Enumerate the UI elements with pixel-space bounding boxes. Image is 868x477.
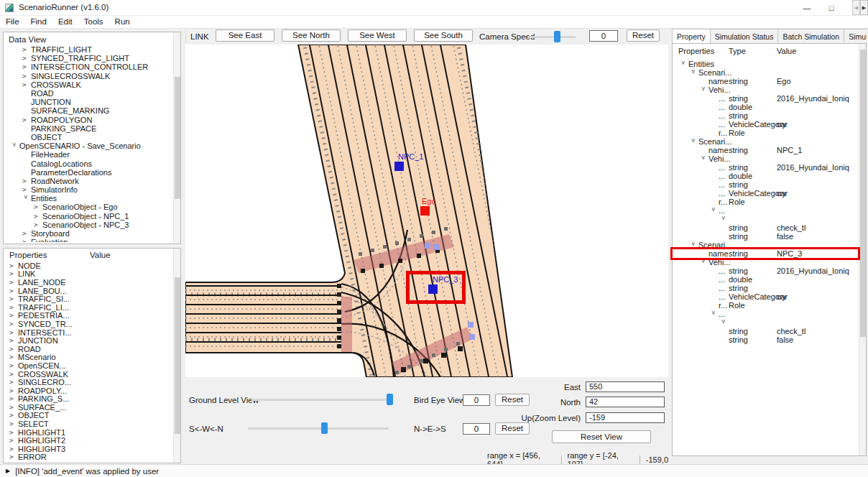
log-expander-icon[interactable]: ▶ (6, 468, 10, 474)
chevron-icon[interactable]: > (9, 270, 16, 277)
chevron-icon[interactable]: > (22, 55, 29, 62)
reset-view-button[interactable]: Reset View (552, 430, 651, 443)
tree-item[interactable]: > ROAD (4, 89, 172, 98)
chevron-icon[interactable]: > (22, 195, 29, 202)
tree-item[interactable]: > TRAFFIC_LIGHT (4, 45, 172, 54)
menu-item[interactable]: Find (25, 16, 52, 28)
chevron-icon[interactable]: > (9, 295, 16, 302)
tree-item[interactable]: > SELECT (4, 420, 172, 428)
tab[interactable]: Simulati (844, 29, 867, 44)
tree-item[interactable]: > NODE (4, 261, 172, 270)
property-row[interactable]: > name string NPC_3 (673, 249, 858, 258)
tree-item[interactable]: > ParameterDeclarations (4, 168, 172, 177)
chevron-icon[interactable]: > (9, 304, 16, 311)
property-row[interactable]: > string check_tl (673, 327, 858, 335)
property-row[interactable]: > ... (673, 206, 858, 215)
tree-item[interactable]: > PARKING_S... (4, 395, 172, 404)
chevron-icon[interactable]: > (9, 287, 16, 295)
property-row[interactable]: > ... string (673, 284, 858, 292)
see-direction-button[interactable]: See East (216, 29, 274, 42)
tree-item[interactable]: > JUNCTION (4, 336, 172, 345)
chevron-icon[interactable]: > (9, 371, 16, 378)
tree-item[interactable]: > TRAFFIC_SI... (4, 295, 172, 303)
chevron-icon[interactable]: > (9, 404, 16, 411)
map-view[interactable]: NPC_1 Ego NPC_3 (185, 45, 668, 377)
left-properties-scrollbar[interactable] (173, 249, 180, 463)
property-row[interactable]: > Scenari... (673, 241, 858, 249)
tree-item[interactable]: > SURFACE_MARKING (4, 106, 172, 115)
tree-item[interactable]: > SimulatorInfo (4, 185, 172, 194)
property-row[interactable]: > Scenari... (673, 68, 858, 77)
tree-item[interactable]: > ERROR (4, 453, 172, 461)
chevron-icon[interactable]: > (9, 353, 16, 361)
tree-item[interactable]: > OBJECT (4, 412, 172, 420)
property-row[interactable]: > r... Role (673, 129, 858, 137)
tree-item[interactable]: > CROSSWALK (4, 80, 172, 89)
property-row[interactable]: > Vehi... (673, 154, 858, 163)
chevron-icon[interactable]: > (34, 221, 40, 228)
tree-item[interactable]: > JUNCTION (4, 98, 172, 106)
tree-item[interactable]: > LANE_NODE (4, 278, 172, 287)
property-row[interactable]: > r... Role (673, 301, 858, 310)
chevron-icon[interactable]: > (9, 279, 16, 286)
tree-item[interactable]: > OpenSCENARIO - Save_Scenario (4, 142, 172, 150)
tree-item[interactable]: > RoadNetwork (4, 177, 172, 185)
minimize-icon[interactable]: — (795, 0, 819, 16)
chevron-icon[interactable]: > (9, 362, 16, 369)
up-zoom-input[interactable]: -159 (586, 412, 665, 423)
tree-item[interactable]: > ROADPOLYGON (4, 116, 172, 124)
tree-item[interactable]: > OBJECT (4, 133, 172, 142)
chevron-icon[interactable]: > (9, 420, 16, 427)
chevron-icon[interactable]: > (9, 453, 16, 460)
property-row[interactable]: > ... string 2016_Hyundai_Ioniq (673, 94, 858, 103)
tree-item[interactable]: > HIGHLIGHT2 (4, 436, 172, 445)
camera-speed-reset-button[interactable]: Reset (627, 29, 660, 42)
property-row[interactable]: > ... VehicleCategory car (673, 120, 858, 129)
chevron-icon[interactable]: > (34, 203, 40, 210)
tree-item[interactable]: > SYNCED_TRAFFIC_LIGHT (4, 54, 172, 62)
see-direction-button[interactable]: See South (414, 29, 473, 42)
chevron-icon[interactable]: > (34, 213, 40, 220)
chevron-icon[interactable]: > (22, 116, 29, 124)
tree-item[interactable]: > Storyboard (4, 229, 172, 238)
north-input[interactable]: 42 (586, 397, 665, 407)
property-row[interactable]: > ... double (673, 275, 858, 284)
tree-item[interactable]: > ROADPOLY... (4, 386, 172, 395)
nes-input[interactable]: 0 (463, 423, 490, 435)
tree-item[interactable]: > PARKING_SPACE (4, 124, 172, 133)
tab-scroll-left-icon[interactable]: ◀ (852, 0, 860, 15)
camera-speed-slider[interactable] (528, 30, 576, 43)
see-direction-button[interactable]: See North (282, 29, 341, 42)
tree-item[interactable]: > SINGLECROSSWALK (4, 72, 172, 80)
vehicle-ego[interactable] (420, 206, 430, 216)
menu-item[interactable]: File (0, 16, 25, 28)
tree-item[interactable]: > LINK (4, 270, 172, 279)
property-row[interactable]: > string false (673, 335, 858, 344)
property-row[interactable]: > ... string 2016_Hyundai_Ioniq (673, 163, 858, 172)
menu-item[interactable]: Run (109, 16, 136, 28)
tree-item[interactable]: > FileHeader (4, 150, 172, 159)
menu-item[interactable]: Tools (78, 16, 109, 28)
property-panel-scrollbar[interactable] (859, 44, 866, 455)
tab[interactable]: Property (672, 29, 711, 44)
property-row[interactable]: > Scenari... (673, 137, 858, 146)
chevron-icon[interactable]: > (9, 395, 16, 402)
chevron-icon[interactable]: > (690, 70, 697, 76)
property-row[interactable]: > ... VehicleCategory car (673, 292, 858, 301)
property-row[interactable]: > Vehi... (673, 258, 858, 267)
chevron-icon[interactable]: > (680, 61, 687, 68)
ground-level-slider[interactable] (251, 393, 392, 406)
chevron-icon[interactable]: > (22, 73, 29, 80)
tree-item[interactable]: > CatalogLocations (4, 159, 172, 167)
data-view-scrollbar[interactable] (173, 32, 180, 244)
property-row[interactable]: > ... string (673, 111, 858, 120)
chevron-icon[interactable]: > (9, 437, 16, 444)
tree-item[interactable]: > Entities (4, 194, 172, 203)
tab[interactable]: Simulation Status (711, 29, 779, 44)
chevron-icon[interactable]: > (9, 312, 16, 319)
chevron-icon[interactable]: > (9, 445, 16, 453)
chevron-icon[interactable]: > (690, 139, 697, 145)
maximize-icon[interactable]: □ (819, 0, 844, 16)
east-input[interactable]: 550 (586, 381, 665, 392)
property-row[interactable]: > string false (673, 232, 858, 241)
